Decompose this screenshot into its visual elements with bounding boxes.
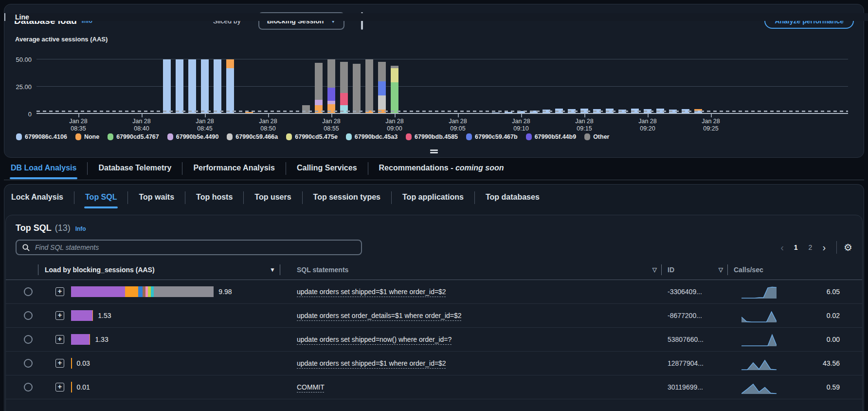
legend-color-chip: [286, 133, 292, 140]
chart-bar[interactable]: [188, 59, 196, 114]
chart-bar[interactable]: [315, 63, 323, 114]
sql-statement-link[interactable]: update orders set shipped=now() where or…: [297, 336, 452, 343]
legend-item[interactable]: 67990b5e.4490: [167, 133, 219, 140]
load-bar-segment: [71, 310, 92, 321]
resize-handle[interactable]: [430, 149, 438, 155]
sort-icon[interactable]: ▽: [652, 266, 662, 273]
expand-row-button[interactable]: +: [55, 335, 64, 344]
toggle-line-button[interactable]: Line: [361, 13, 363, 21]
row-radio-button[interactable]: [24, 383, 33, 392]
sql-cell: COMMIT: [280, 383, 662, 391]
tab-label: DB Load Analysis: [11, 164, 76, 172]
row-radio-button[interactable]: [24, 335, 33, 344]
load-value: 1.33: [95, 336, 108, 343]
legend-item[interactable]: 67990b5f.44b9: [526, 133, 576, 140]
x-tick-label: Jan 28 08:45: [196, 118, 214, 132]
table-row[interactable]: +9.98update orders set shipped=$1 where …: [6, 280, 862, 304]
subtab-top-sql[interactable]: Top SQL: [84, 193, 118, 207]
sql-search-input[interactable]: [34, 243, 355, 252]
legend-item[interactable]: None: [75, 133, 99, 140]
tab-database-telemetry[interactable]: Database Telemetry: [97, 164, 172, 178]
sql-statement-link[interactable]: COMMIT: [297, 383, 325, 391]
sql-statement-link[interactable]: update orders set shipped=$1 where order…: [297, 288, 446, 296]
tab-recommendations[interactable]: Recommendations - coming soon: [378, 164, 505, 178]
table-row[interactable]: +1.33update orders set shipped=now() whe…: [6, 328, 862, 352]
tab-performance-analysis[interactable]: Performance Analysis: [192, 164, 275, 178]
x-tick-mark: [205, 114, 206, 117]
subtab-lock-analysis[interactable]: Lock Analysis: [10, 193, 64, 207]
bar-segment: [201, 59, 209, 114]
subtab-top-users[interactable]: Top users: [253, 193, 292, 207]
legend-item[interactable]: 67990bdc.45a3: [346, 133, 398, 140]
legend-item[interactable]: Other: [584, 133, 609, 140]
subtab-top-session-types[interactable]: Top session types: [312, 193, 381, 207]
chart-plot-area[interactable]: Jan 28 08:35Jan 28 08:40Jan 28 08:45Jan …: [36, 45, 854, 114]
top-sql-title-row: Top SQL (13) Info: [6, 223, 862, 233]
tab-calling-services[interactable]: Calling Services: [296, 164, 358, 178]
bar-segment: [327, 101, 335, 104]
y-tick-label: 25.00: [16, 83, 32, 91]
chart-bar[interactable]: [201, 59, 209, 114]
chart-bar[interactable]: [327, 59, 335, 114]
load-cell: 1.33: [68, 334, 280, 345]
y-tick-label: 0: [28, 111, 32, 118]
table-row[interactable]: +1.53update orders set order_details=$1 …: [6, 304, 862, 328]
chart-bar[interactable]: [226, 59, 234, 114]
sql-statement-link[interactable]: update orders set order_details=$1 where…: [297, 312, 462, 319]
legend-item[interactable]: 67990bdb.4585: [406, 133, 458, 140]
table-row[interactable]: +0.03update orders set shipped=$1 where …: [6, 352, 862, 375]
chart-bar[interactable]: [391, 66, 398, 114]
legend-item[interactable]: 67990cd5.4767: [108, 133, 159, 140]
expand-row-button[interactable]: +: [55, 359, 64, 368]
legend-item[interactable]: 6799086c.4106: [16, 133, 67, 140]
column-header-id[interactable]: ID ▽: [662, 260, 728, 280]
row-radio-button[interactable]: [24, 359, 33, 368]
page-number-1[interactable]: 1: [790, 243, 802, 251]
legend-label: 67990bdb.4585: [415, 133, 458, 140]
column-header-sql[interactable]: SQL statements ▽: [280, 260, 662, 280]
expand-row-button[interactable]: +: [55, 383, 64, 392]
legend-item[interactable]: 67990c59.466a: [227, 133, 278, 140]
sql-search-box[interactable]: [16, 240, 362, 255]
load-bar-segment: [71, 382, 72, 392]
sort-desc-icon[interactable]: ▼: [270, 266, 280, 273]
legend-item[interactable]: 67990c59.467b: [466, 133, 518, 140]
subtab-top-applications[interactable]: Top applications: [401, 193, 465, 207]
chart-bar[interactable]: [214, 59, 221, 114]
x-tick-label: Jan 28 08:50: [259, 118, 277, 132]
column-header-load[interactable]: Load by blocking_sessions (AAS) ▼: [19, 260, 280, 280]
subtab-top-databases[interactable]: Top databases: [485, 193, 541, 207]
gear-icon[interactable]: ⚙: [844, 243, 852, 252]
chart-bar[interactable]: [340, 61, 348, 114]
expand-row-button[interactable]: +: [55, 311, 64, 320]
tab-db-load-analysis[interactable]: DB Load Analysis: [10, 164, 77, 178]
subtab-top-waits[interactable]: Top waits: [138, 193, 175, 207]
previous-page-button[interactable]: ‹: [777, 243, 788, 252]
sql-statement-link[interactable]: update orders set shipped=$1 where order…: [297, 359, 446, 367]
x-tick-mark: [78, 114, 79, 117]
tab-label: Top session types: [313, 193, 380, 201]
row-radio-button[interactable]: [24, 287, 33, 296]
chart-bar[interactable]: [176, 59, 183, 114]
chart-bar[interactable]: [163, 59, 171, 114]
tab-label: Top waits: [139, 193, 174, 201]
expand-row-button[interactable]: +: [55, 287, 64, 296]
top-sql-title: Top SQL: [16, 223, 52, 233]
row-radio-button[interactable]: [24, 311, 33, 320]
top-sql-info-link[interactable]: Info: [75, 225, 86, 232]
page-number-2[interactable]: 2: [804, 243, 817, 251]
subtab-top-hosts[interactable]: Top hosts: [195, 193, 234, 207]
legend-item[interactable]: 67990cd5.475e: [286, 133, 338, 140]
x-tick-label: Jan 28 08:40: [132, 118, 151, 132]
calls-sparkline-chart: [741, 308, 777, 323]
chart-bar[interactable]: [365, 59, 373, 114]
x-tick-mark: [584, 114, 585, 117]
next-page-button[interactable]: ›: [818, 243, 830, 252]
chart-bar[interactable]: [378, 61, 386, 114]
sort-icon[interactable]: ▽: [719, 266, 728, 273]
chart-type-toggle: Bar Line: [361, 12, 363, 30]
chart-bar[interactable]: [353, 64, 361, 114]
table-row[interactable]: +0.01COMMIT30119699...0.59: [6, 375, 862, 399]
tab-label: Top SQL: [85, 193, 117, 201]
column-header-calls[interactable]: Calls/sec: [728, 260, 862, 280]
